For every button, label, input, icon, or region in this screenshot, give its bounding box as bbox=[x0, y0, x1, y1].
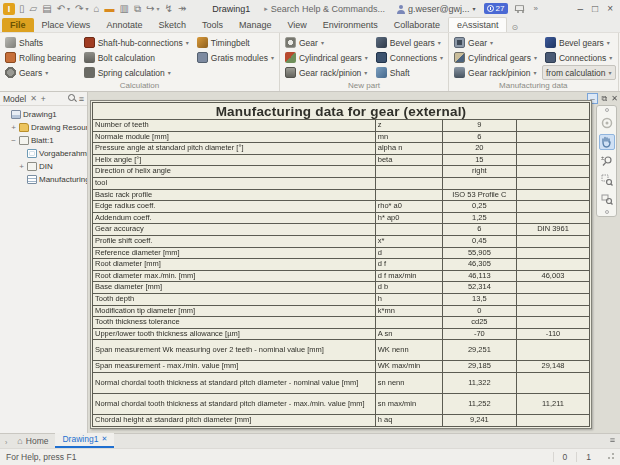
tab-overflow-icon[interactable]: ⊙ bbox=[511, 23, 518, 32]
dropdown-arrow-icon[interactable]: ▾ bbox=[321, 39, 324, 46]
tree-item-blatt-1[interactable]: −Blatt:1 bbox=[0, 134, 87, 147]
undo-dropdown-icon[interactable]: ▾ bbox=[67, 3, 70, 15]
tree-item-drawing1[interactable]: Drawing1 bbox=[0, 108, 87, 121]
more-commands-icon[interactable]: ↠ bbox=[178, 3, 186, 15]
minimize-button[interactable]: – bbox=[578, 3, 584, 14]
search-tree-icon[interactable] bbox=[68, 94, 75, 101]
ribbon-button-connections[interactable]: Connections▾ bbox=[373, 50, 446, 65]
inventor-logo-icon[interactable]: I bbox=[3, 3, 15, 15]
ribbon-button-bevel-gears[interactable]: Bevel gears▾ bbox=[373, 35, 446, 50]
ribbon-button-gear[interactable]: Gear▾ bbox=[451, 35, 540, 50]
menu-tab-sketch[interactable]: Sketch bbox=[150, 18, 194, 32]
copy-icon[interactable]: ⧉ bbox=[134, 3, 141, 15]
help-search[interactable]: ▸ Search Help & Commands... bbox=[264, 4, 385, 14]
ribbon-button-cylindrical-gears[interactable]: Cylindrical gears▾ bbox=[282, 50, 371, 65]
ribbon-button-cylindrical-gears[interactable]: Cylindrical gears▾ bbox=[451, 50, 540, 65]
open-file-icon[interactable]: ▱ bbox=[30, 3, 38, 15]
zoom-tool-icon[interactable]: ± bbox=[599, 153, 615, 169]
dropdown-arrow-icon[interactable]: ▾ bbox=[490, 39, 493, 46]
search-expand-icon[interactable]: ▸ bbox=[264, 5, 268, 13]
ribbon-button-connections[interactable]: Connections▾ bbox=[542, 50, 616, 65]
menu-tab-place-views[interactable]: Place Views bbox=[34, 18, 99, 32]
ribbon-button-gear[interactable]: Gear▾ bbox=[282, 35, 371, 50]
menu-tab-eassistant[interactable]: eAssistant bbox=[448, 17, 508, 32]
drawing-canvas[interactable]: – ⧉ ✕ Manufacturing data for gear (exter… bbox=[88, 92, 620, 433]
app-store-cart-icon[interactable] bbox=[515, 5, 526, 13]
dropdown-arrow-icon[interactable]: ▾ bbox=[609, 69, 612, 76]
dropdown-arrow-icon[interactable]: ▾ bbox=[271, 54, 274, 61]
ribbon-button-gear-rack-pinion[interactable]: Gear rack/pinion▾ bbox=[451, 65, 540, 80]
tree-expander-icon[interactable]: − bbox=[10, 136, 17, 145]
redo-icon[interactable]: ↷ bbox=[75, 3, 83, 15]
ribbon-button-bevel-gears[interactable]: Bevel gears▾ bbox=[542, 35, 616, 50]
dropdown-arrow-icon[interactable]: ▾ bbox=[609, 54, 612, 61]
menu-tab-view[interactable]: View bbox=[279, 18, 314, 32]
navbar-grip-icon[interactable] bbox=[605, 108, 609, 112]
doc-close-button[interactable]: ✕ bbox=[611, 94, 618, 103]
home-icon[interactable]: ⌂ bbox=[93, 3, 99, 15]
navbar-grip-bottom-icon[interactable] bbox=[605, 210, 609, 214]
new-file-icon[interactable]: ▯ bbox=[19, 3, 25, 15]
dropdown-arrow-icon[interactable]: ▾ bbox=[534, 54, 537, 61]
ribbon-button-rolling-bearing[interactable]: Rolling bearing bbox=[2, 50, 79, 65]
tree-expander-icon[interactable]: + bbox=[18, 162, 25, 171]
resize-grip[interactable] bbox=[606, 453, 614, 461]
panel-menu-icon[interactable]: ≡ bbox=[79, 94, 84, 104]
dropdown-arrow-icon[interactable]: ▾ bbox=[45, 69, 48, 76]
tree-item-vorgaberahmen[interactable]: Vorgaberahmen bbox=[0, 147, 87, 160]
ribbon-button-gear-rack-pinion[interactable]: Gear rack/pinion▾ bbox=[282, 65, 371, 80]
close-button[interactable]: × bbox=[607, 3, 613, 14]
ribbon-button-gratis-modules[interactable]: Gratis modules▾ bbox=[194, 50, 277, 65]
zoom-selected-icon[interactable] bbox=[599, 191, 615, 207]
dropdown-arrow-icon[interactable]: ▾ bbox=[365, 54, 368, 61]
add-panel-icon[interactable]: + bbox=[41, 94, 46, 104]
menu-tab-annotate[interactable]: Annotate bbox=[98, 18, 150, 32]
undo-icon[interactable]: ↶ bbox=[57, 3, 65, 15]
sketch-icon[interactable]: ↯ bbox=[165, 3, 173, 15]
user-dropdown-icon[interactable]: ▾ bbox=[473, 5, 476, 12]
ribbon-button-timingbelt[interactable]: Timingbelt bbox=[194, 35, 277, 50]
tree-item-manufacturing-data[interactable]: Manufacturing data bbox=[0, 173, 87, 186]
menu-tab-manage[interactable]: Manage bbox=[231, 18, 280, 32]
model-tab-label[interactable]: Model bbox=[3, 94, 26, 104]
return-icon[interactable]: ↪ bbox=[146, 3, 154, 15]
ribbon-button-from-calculation[interactable]: from calculation▾ bbox=[542, 65, 616, 80]
save-icon[interactable]: ▤ bbox=[42, 3, 51, 15]
tab-list-menu-icon[interactable]: ≡ bbox=[610, 435, 614, 445]
pan-tool-icon[interactable] bbox=[599, 134, 615, 150]
menu-tab-file[interactable]: File bbox=[2, 18, 34, 32]
material-icon[interactable]: ▬ bbox=[105, 3, 115, 15]
tab-drawing1[interactable]: Drawing1 ✕ bbox=[55, 433, 114, 448]
menu-tab-collaborate[interactable]: Collaborate bbox=[386, 18, 448, 32]
tree-item-drawing-resources[interactable]: +Drawing Resources bbox=[0, 121, 87, 134]
account-menu[interactable]: g.weser@gwj... ▾ bbox=[397, 4, 476, 14]
ribbon-button-gears[interactable]: Gears▾ bbox=[2, 65, 79, 80]
dropdown-arrow-icon[interactable]: ▾ bbox=[364, 69, 367, 76]
toolbar-overflow-icon[interactable]: » bbox=[533, 4, 537, 13]
return-dropdown-icon[interactable]: ▾ bbox=[157, 3, 160, 15]
ribbon-button-shaft-hub-connections[interactable]: Shaft-hub-connections▾ bbox=[81, 35, 192, 50]
ribbon-button-shaft[interactable]: Shaft bbox=[373, 65, 446, 80]
tab-home[interactable]: ⌂ Home bbox=[10, 435, 55, 448]
close-tab-icon[interactable]: ✕ bbox=[101, 435, 107, 443]
dropdown-arrow-icon[interactable]: ▾ bbox=[186, 39, 189, 46]
menu-tab-environments[interactable]: Environments bbox=[315, 18, 386, 32]
zoom-window-icon[interactable] bbox=[599, 172, 615, 188]
dropdown-arrow-icon[interactable]: ▾ bbox=[607, 39, 610, 46]
close-panel-icon[interactable]: ✕ bbox=[30, 94, 37, 103]
ribbon-button-shafts[interactable]: Shafts bbox=[2, 35, 79, 50]
license-timer-badge[interactable]: 27 bbox=[484, 3, 509, 14]
dropdown-arrow-icon[interactable]: ▾ bbox=[438, 39, 441, 46]
tab-scroll-icon[interactable]: › bbox=[2, 439, 10, 448]
ribbon-button-bolt-calculation[interactable]: Bolt calculation bbox=[81, 50, 192, 65]
dropdown-arrow-icon[interactable]: ▾ bbox=[168, 69, 171, 76]
navigation-wheel-icon[interactable] bbox=[599, 115, 615, 131]
dropdown-arrow-icon[interactable]: ▾ bbox=[533, 69, 536, 76]
dropdown-arrow-icon[interactable]: ▾ bbox=[440, 54, 443, 61]
doc-restore-button[interactable]: ⧉ bbox=[602, 94, 608, 104]
maximize-button[interactable]: □ bbox=[592, 3, 598, 14]
print-icon[interactable]: ▥ bbox=[120, 3, 129, 15]
tree-item-din[interactable]: +DIN bbox=[0, 160, 87, 173]
menu-tab-tools[interactable]: Tools bbox=[194, 18, 231, 32]
ribbon-button-spring-calculation[interactable]: Spring calculation▾ bbox=[81, 65, 192, 80]
